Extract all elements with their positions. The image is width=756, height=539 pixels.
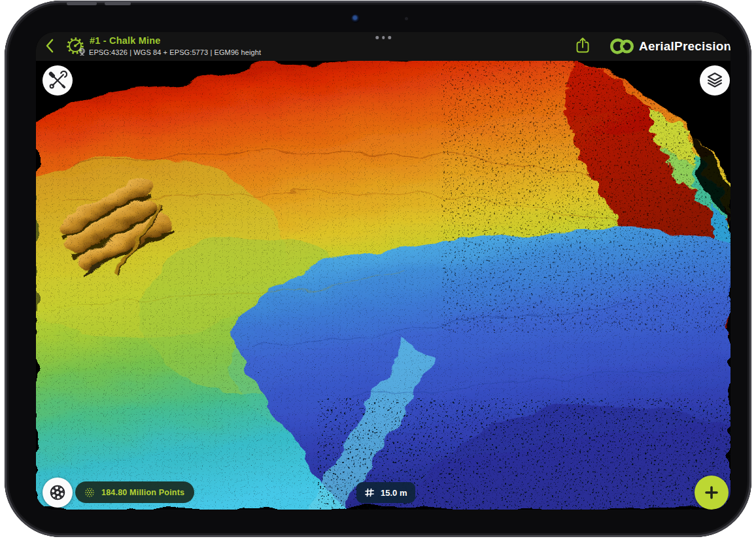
volume-up-button <box>67 2 97 5</box>
front-camera <box>351 14 360 23</box>
page: #1 - Chalk Mine EPSG:4326 | WGS 84 + EPS… <box>0 0 756 539</box>
volume-down-button <box>105 2 131 5</box>
grid-icon <box>363 486 376 499</box>
crs-info-row: EPSG:4326 | WGS 84 + EPSG:5773 | EGM96 h… <box>78 48 261 56</box>
point-count-label: 184.80 Million Points <box>101 488 184 497</box>
globe-icon <box>78 48 86 56</box>
chevron-left-icon <box>45 39 54 53</box>
back-button[interactable] <box>45 39 56 54</box>
grid-scale-badge[interactable]: 15.0 m <box>356 482 415 503</box>
dotted-cloud-icon <box>82 485 97 500</box>
infinity-loops-icon <box>606 37 635 56</box>
layers-button[interactable] <box>700 65 730 96</box>
light-sensor <box>405 17 408 20</box>
tablet-frame: #1 - Chalk Mine EPSG:4326 | WGS 84 + EPS… <box>5 1 751 537</box>
multitasking-dots[interactable] <box>375 36 391 39</box>
project-title: #1 - Chalk Mine <box>90 35 161 46</box>
tablet-screen: #1 - Chalk Mine EPSG:4326 | WGS 84 + EPS… <box>36 32 730 510</box>
plus-icon <box>704 485 719 500</box>
capture-button[interactable] <box>43 478 73 508</box>
crossed-tools-icon <box>48 71 67 90</box>
add-button[interactable] <box>695 476 729 510</box>
brand-logo: AerialPrecision <box>606 37 730 56</box>
brand-name: AerialPrecision <box>639 39 730 54</box>
point-cloud-viewport[interactable] <box>36 32 730 510</box>
crs-label: EPSG:4326 | WGS 84 + EPSG:5773 | EGM96 h… <box>89 48 261 56</box>
shutter-icon <box>48 483 67 502</box>
point-count-badge: 184.80 Million Points <box>75 481 194 503</box>
layers-icon <box>705 71 725 90</box>
tools-button[interactable] <box>43 65 73 96</box>
grid-scale-label: 15.0 m <box>381 488 407 498</box>
share-icon <box>575 37 591 54</box>
share-button[interactable] <box>575 37 591 54</box>
